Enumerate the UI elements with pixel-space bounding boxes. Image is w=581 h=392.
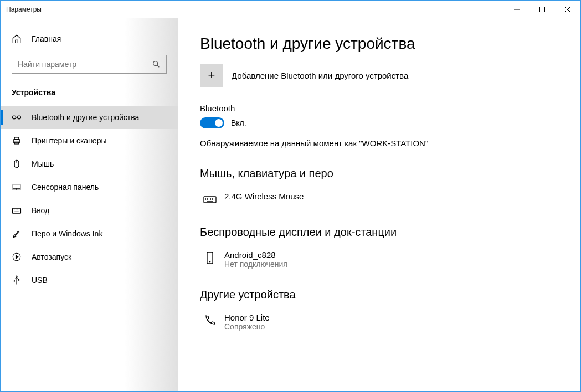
sidebar-item-mouse[interactable]: Мышь: [1, 152, 178, 176]
svg-rect-5: [14, 137, 19, 140]
close-button[interactable]: [555, 1, 580, 18]
home-icon: [12, 34, 22, 44]
sidebar-item-label: Сенсорная панель: [32, 183, 99, 192]
mouse-icon: [12, 159, 22, 169]
sidebar: Главная Устройства Bluetooth и другие ус…: [1, 18, 178, 391]
usb-icon: [12, 275, 22, 285]
minimize-button[interactable]: [504, 1, 529, 18]
home-label: Главная: [32, 34, 61, 43]
group-other-devices: Другие устройства: [200, 288, 558, 301]
bluetooth-toggle[interactable]: [200, 117, 224, 128]
svg-rect-3: [18, 116, 21, 119]
add-device-button[interactable]: + Добавление Bluetooth или другого устро…: [200, 64, 558, 87]
printer-icon: [12, 136, 22, 146]
add-device-label: Добавление Bluetooth или другого устройс…: [232, 71, 408, 80]
device-status: Нет подключения: [224, 260, 287, 269]
sidebar-item-label: Bluetooth и другие устройства: [32, 113, 139, 122]
device-name: 2.4G Wireless Mouse: [224, 192, 304, 201]
device-name: Honor 9 Lite: [224, 313, 270, 322]
main-content: Bluetooth и другие устройства + Добавлен…: [178, 18, 580, 391]
sidebar-item-label: Мышь: [32, 159, 54, 168]
device-name: Android_c828: [224, 250, 287, 260]
device-wireless-mouse[interactable]: 2.4G Wireless Mouse: [200, 188, 558, 209]
bluetooth-toggle-state: Вкл.: [231, 118, 246, 127]
sidebar-item-label: USB: [32, 276, 48, 285]
tablet-icon: [200, 250, 220, 265]
pen-icon: [12, 229, 22, 239]
search-icon: [152, 60, 161, 69]
window-titlebar: Параметры: [1, 1, 580, 18]
autoplay-icon: [12, 252, 22, 262]
sidebar-item-bluetooth[interactable]: Bluetooth и другие устройства: [1, 106, 178, 129]
maximize-button[interactable]: [529, 1, 555, 18]
search-input[interactable]: [18, 60, 152, 69]
keyboard-icon: [12, 205, 22, 215]
device-status: Сопряжено: [224, 322, 270, 331]
plus-icon: +: [200, 64, 223, 87]
svg-point-11: [16, 276, 17, 277]
sidebar-item-autoplay[interactable]: Автозапуск: [1, 245, 178, 269]
svg-rect-9: [13, 208, 21, 213]
sidebar-section-header: Устройства: [1, 84, 178, 101]
device-honor[interactable]: Honor 9 Lite Сопряжено: [200, 310, 558, 334]
phone-icon: [200, 313, 220, 327]
sidebar-item-pen[interactable]: Перо и Windows Ink: [1, 222, 178, 245]
sidebar-item-label: Принтеры и сканеры: [32, 136, 106, 145]
sidebar-item-label: Перо и Windows Ink: [32, 229, 102, 238]
svg-rect-0: [540, 7, 545, 12]
touchpad-icon: [12, 182, 22, 192]
sidebar-item-label: Ввод: [32, 206, 49, 215]
bluetooth-label: Bluetooth: [200, 104, 558, 113]
sidebar-item-usb[interactable]: USB: [1, 269, 178, 292]
link-icon: [12, 112, 22, 122]
search-box[interactable]: [12, 55, 167, 74]
window-title: Параметры: [6, 6, 42, 13]
sidebar-item-typing[interactable]: Ввод: [1, 199, 178, 222]
keyboard-icon: [200, 192, 220, 206]
group-mouse-keyboard-pen: Мышь, клавиатура и перо: [200, 167, 558, 180]
sidebar-item-label: Автозапуск: [32, 252, 71, 261]
svg-point-14: [209, 261, 210, 262]
page-title: Bluetooth и другие устройства: [200, 35, 558, 53]
sidebar-item-touchpad[interactable]: Сенсорная панель: [1, 176, 178, 199]
home-link[interactable]: Главная: [1, 29, 178, 48]
device-android[interactable]: Android_c828 Нет подключения: [200, 247, 558, 272]
svg-point-1: [153, 61, 158, 66]
svg-rect-2: [13, 116, 16, 119]
group-wireless-displays: Беспроводные дисплеи и док-станции: [200, 226, 558, 239]
discoverable-text: Обнаруживаемое на данный момент как "WOR…: [200, 138, 558, 148]
sidebar-item-printers[interactable]: Принтеры и сканеры: [1, 129, 178, 152]
